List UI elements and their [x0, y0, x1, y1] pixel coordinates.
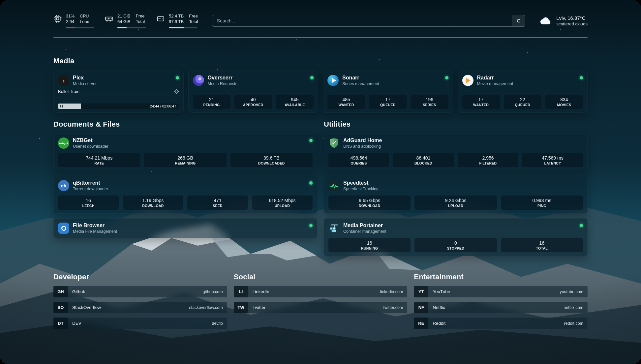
bookmark-abbr: RE: [414, 318, 428, 329]
disk-icon: [156, 15, 165, 23]
nzbget-card[interactable]: nzbgetNZBGetUsenet downloader744.21 Mbps…: [53, 133, 317, 171]
cpu-usage-bar: [66, 27, 94, 28]
bookmark-list-social: LILinkedInlinkedin.comTWTwittertwitter.c…: [234, 286, 408, 313]
stat-value: 86,401: [394, 155, 452, 161]
stat-value: 9.65 Gbps: [330, 197, 409, 203]
stat-value: 47.569 ms: [524, 155, 582, 161]
bookmark-twitter[interactable]: TWTwittertwitter.com: [234, 302, 408, 313]
bookmark-group-developer: Developer GHGithubgithub.comSOStackOverf…: [53, 273, 227, 329]
bookmark-abbr: TW: [234, 302, 248, 313]
bookmark-name: DEV: [68, 321, 81, 326]
bookmark-url: twitter.com: [383, 305, 408, 310]
disk-free-label: Free: [189, 14, 198, 19]
stat-tile: 17QUEUED: [369, 95, 407, 109]
app-subtitle: Movie management: [477, 81, 513, 86]
weather-location: Lviv, 16.87°C: [556, 15, 588, 21]
stat-label: DOWNLOADED: [232, 161, 311, 166]
stat-value: 16: [330, 240, 409, 246]
stat-tile: 834MOVIES: [545, 95, 583, 109]
stat-label: UPLOAD: [416, 203, 495, 208]
search-engine-button[interactable]: G: [512, 15, 525, 26]
utilities-column: Utilities AdGuard HomeDNS and adblocking…: [324, 120, 588, 256]
stat-tile: 196SERIES: [411, 95, 448, 109]
section-title-documents: Documents & Files: [53, 120, 317, 129]
dashboard-content: 31% CPU 2.94 Load: [0, 0, 641, 364]
playback-time: 24:44 / 02:06:47: [150, 104, 176, 109]
stat-tile: 498,564QUERIES: [328, 153, 389, 167]
stat-label: UPLOAD: [253, 203, 311, 208]
bookmark-dev[interactable]: DTDEVdev.to: [53, 318, 227, 329]
stat-tile: 21PENDING: [193, 95, 230, 109]
stat-label: SERIES: [412, 103, 447, 107]
cpu-percent: 31%: [66, 14, 75, 19]
search-bar[interactable]: G: [212, 15, 526, 27]
qbittorrent-card[interactable]: qbqBittorrentTorrent downloader16LEECH1.…: [53, 176, 317, 214]
bookmark-github[interactable]: GHGithubgithub.com: [53, 286, 227, 297]
stat-tile: 47.569 msLATENCY: [522, 153, 583, 167]
sonarr-card[interactable]: SonarrSeries management485WANTED17QUEUED…: [323, 71, 453, 113]
stat-label: LEECH: [59, 203, 117, 208]
app-name: Speedtest: [343, 180, 379, 186]
bookmark-abbr: NF: [414, 302, 428, 313]
bookmark-group-title: Entertainment: [414, 273, 588, 281]
adguard-card[interactable]: AdGuard HomeDNS and adblocking498,564QUE…: [324, 133, 588, 171]
bookmark-url: reddit.com: [564, 321, 588, 326]
stat-label: AVAILABLE: [277, 103, 312, 107]
app-name: AdGuard Home: [343, 137, 382, 144]
plex-icon: ›: [58, 75, 69, 86]
app-subtitle: Media File Management: [73, 229, 117, 234]
speedtest-card[interactable]: SpeedtestSpeedtest Tracking9.65 GbpsDOWN…: [324, 176, 588, 214]
bookmark-netflix[interactable]: NFNetflixnetflix.com: [414, 302, 588, 313]
stat-value: 39.6 TB: [232, 155, 311, 161]
bookmark-name: Reddit: [428, 321, 445, 326]
status-online-dot: [309, 224, 313, 227]
bookmark-linkedin[interactable]: LILinkedInlinkedin.com: [234, 286, 408, 297]
stat-value: 1.19 Gbps: [124, 197, 182, 203]
stat-tile: 945AVAILABLE: [276, 95, 314, 109]
portainer-card[interactable]: Media PortainerContainer management16RUN…: [324, 218, 588, 256]
ram-total-label: Total: [136, 19, 145, 24]
memory-widget: 21 GiB Free 64 GiB Total: [105, 14, 146, 28]
status-online-dot: [310, 76, 314, 79]
stat-value: 471: [189, 197, 247, 203]
stat-tile: 266 GBREMAINING: [144, 153, 226, 167]
stat-label: QUEUED: [370, 103, 405, 107]
search-input[interactable]: [212, 18, 512, 23]
stat-value: 0.993 ms: [502, 197, 582, 203]
ram-icon: [105, 15, 113, 23]
stat-label: DOWNLOAD: [124, 203, 182, 208]
stat-tile: 618.52 MbpsUPLOAD: [252, 196, 313, 210]
stat-value: 40: [236, 97, 271, 103]
bookmark-url: stackoverflow.com: [189, 305, 227, 310]
overseerr-card[interactable]: OverseerrMedia Requests21PENDING40APPROV…: [188, 71, 319, 113]
ram-total: 64 GiB: [117, 19, 131, 24]
topbar-divider: [53, 37, 588, 38]
bookmark-group-social: Social LILinkedInlinkedin.comTWTwittertw…: [234, 273, 408, 329]
stat-value: 17: [370, 97, 405, 103]
bookmark-youtube[interactable]: YTYouTubeyoutube.com: [414, 286, 588, 297]
stat-value: 2,956: [459, 155, 517, 161]
bookmark-stackoverflow[interactable]: SOStackOverflowstackoverflow.com: [53, 302, 227, 313]
stat-tile: 1.19 GbpsDOWNLOAD: [123, 196, 183, 210]
bookmark-reddit[interactable]: RERedditreddit.com: [414, 318, 588, 329]
bookmark-abbr: LI: [234, 286, 248, 297]
disk-usage-bar: [169, 27, 197, 28]
stat-tile: 16RUNNING: [328, 238, 411, 252]
stat-label: BLOCKED: [394, 161, 452, 166]
radarr-card[interactable]: RadarrMovie management17WANTED22QUEUED83…: [458, 71, 588, 113]
app-subtitle: Container management: [343, 229, 386, 234]
stat-value: 945: [277, 97, 312, 103]
settings-gear-icon[interactable]: [174, 89, 179, 94]
stats-row: 21PENDING40APPROVED945AVAILABLE: [193, 95, 314, 109]
stats-row: 17WANTED22QUEUED834MOVIES: [462, 95, 583, 109]
section-title-media: Media: [53, 57, 588, 65]
stat-tile: 16LEECH: [58, 196, 119, 210]
weather-widget: Lviv, 16.87°C scattered clouds: [539, 15, 588, 27]
filebrowser-card[interactable]: File BrowserMedia File Management: [53, 218, 317, 238]
bookmark-name: Twitter: [248, 305, 266, 310]
plex-card[interactable]: ›PlexMedia serverBullet Train24:44 / 02:…: [53, 71, 184, 113]
ram-free-label: Free: [136, 14, 145, 19]
bookmark-abbr: DT: [53, 318, 68, 329]
cpu-load: 2.94: [66, 19, 75, 24]
bookmark-name: YouTube: [428, 289, 450, 294]
